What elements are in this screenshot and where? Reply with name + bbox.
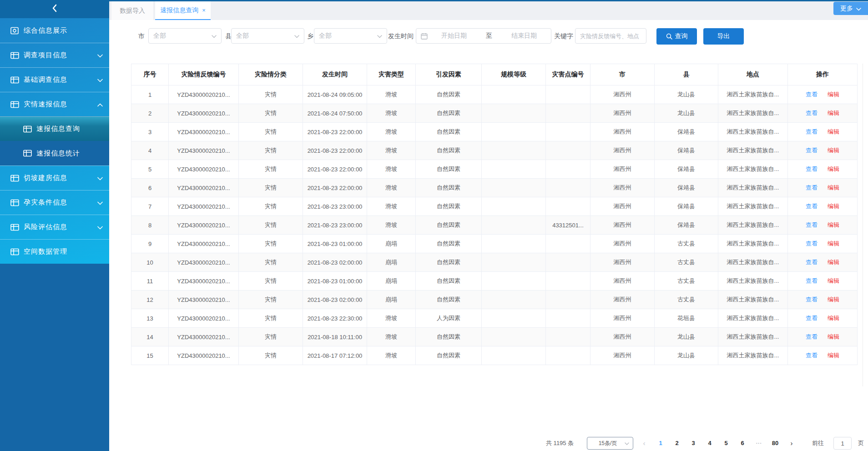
more-pages-ellipsis[interactable]: ··· xyxy=(752,437,766,450)
view-link[interactable]: 查看 xyxy=(806,128,818,135)
table-cell xyxy=(482,123,546,141)
search-button[interactable]: 查询 xyxy=(656,28,697,45)
end-date-placeholder[interactable]: 结束日期 xyxy=(504,32,544,40)
table-cell: YZD43000020210... xyxy=(169,272,239,291)
table-cell: 2021-08-23 01:00:00 xyxy=(303,272,367,291)
edit-link[interactable]: 编辑 xyxy=(828,110,839,116)
edit-link[interactable]: 编辑 xyxy=(828,91,839,98)
edit-link[interactable]: 编辑 xyxy=(828,277,839,284)
sidebar-item-2[interactable]: 基础调查信息 xyxy=(0,67,109,92)
actions-cell: 查看编辑 xyxy=(788,197,858,216)
table-cell: 3 xyxy=(131,123,169,141)
sidebar-item-1[interactable]: 调查项目信息 xyxy=(0,43,109,67)
view-link[interactable]: 查看 xyxy=(806,91,818,98)
more-button-label: 更多 xyxy=(840,5,853,13)
view-link[interactable]: 查看 xyxy=(806,352,818,359)
view-link[interactable]: 查看 xyxy=(806,184,818,191)
view-link[interactable]: 查看 xyxy=(806,240,818,247)
table-cell: 灾情 xyxy=(239,328,303,346)
next-page-button[interactable]: › xyxy=(785,437,798,450)
chevron-down-icon xyxy=(377,32,382,40)
close-icon[interactable]: × xyxy=(202,7,206,14)
county-filter-label: 县 xyxy=(225,28,232,44)
table-cell: 古丈县 xyxy=(655,235,718,253)
main-area: 数据导入 速报信息查询 × 更多 市 全部 县 全部 乡 全部 发生时间 xyxy=(109,0,868,451)
tab-report-query[interactable]: 速报信息查询 × xyxy=(155,1,211,20)
edit-link[interactable]: 编辑 xyxy=(828,147,839,154)
keyword-input[interactable] xyxy=(575,28,646,44)
sidebar-item-label: 灾情速报信息 xyxy=(24,100,97,109)
table-cell: 崩塌 xyxy=(367,253,416,272)
edit-link[interactable]: 编辑 xyxy=(828,352,839,359)
sidebar-subitem-0[interactable]: 速报信息查询 xyxy=(0,116,109,141)
start-date-placeholder[interactable]: 开始日期 xyxy=(434,32,474,40)
city-select[interactable]: 全部 xyxy=(148,28,222,44)
table-cell: YZD43000020210... xyxy=(169,235,239,253)
view-link[interactable]: 查看 xyxy=(806,277,818,284)
view-link[interactable]: 查看 xyxy=(806,203,818,210)
table-cell: 灾情 xyxy=(239,272,303,291)
edit-link[interactable]: 编辑 xyxy=(828,128,839,135)
edit-link[interactable]: 编辑 xyxy=(828,184,839,191)
sidebar-item-7[interactable]: 空间数据管理 xyxy=(0,239,109,264)
edit-link[interactable]: 编辑 xyxy=(828,333,839,340)
page-size-select[interactable]: 15条/页 xyxy=(587,437,633,450)
table-cell: 古丈县 xyxy=(655,272,718,291)
page-number-6[interactable]: 6 xyxy=(736,437,749,450)
view-link[interactable]: 查看 xyxy=(806,259,818,266)
sidebar-collapse-button[interactable] xyxy=(0,0,109,18)
table-cell: 湘西州 xyxy=(590,123,655,141)
goto-page-input[interactable] xyxy=(833,437,852,450)
actions-cell: 查看编辑 xyxy=(788,123,858,141)
column-header: 引发因素 xyxy=(416,64,482,85)
chevron-down-icon xyxy=(625,440,629,446)
chevron-down-icon xyxy=(856,5,861,12)
view-link[interactable]: 查看 xyxy=(806,221,818,228)
sidebar-item-5[interactable]: 孕灾条件信息 xyxy=(0,190,109,215)
column-header: 市 xyxy=(590,64,655,85)
town-select[interactable]: 全部 xyxy=(314,28,387,44)
table-row: 5YZD43000020210...灾情2021-08-23 22:00:00滑… xyxy=(131,160,858,179)
table-cell xyxy=(546,328,590,346)
page-number-5[interactable]: 5 xyxy=(719,437,733,450)
edit-link[interactable]: 编辑 xyxy=(828,221,839,228)
table-cell: YZD43000020210... xyxy=(169,197,239,216)
prev-page-button[interactable]: ‹ xyxy=(637,437,651,450)
export-button[interactable]: 导出 xyxy=(703,28,744,45)
page-number-4[interactable]: 4 xyxy=(703,437,717,450)
page-number-80[interactable]: 80 xyxy=(768,437,782,450)
page-number-3[interactable]: 3 xyxy=(686,437,700,450)
table-cell: 自然因素 xyxy=(416,104,482,123)
table-cell: 灾情 xyxy=(239,253,303,272)
tab-data-import[interactable]: 数据导入 xyxy=(111,1,153,20)
view-link[interactable]: 查看 xyxy=(806,333,818,340)
sidebar-item-3[interactable]: 灾情速报信息 xyxy=(0,92,109,116)
chevron-left-icon xyxy=(51,4,58,14)
edit-link[interactable]: 编辑 xyxy=(828,296,839,303)
edit-link[interactable]: 编辑 xyxy=(828,240,839,247)
tab-label: 数据导入 xyxy=(120,7,145,15)
view-link[interactable]: 查看 xyxy=(806,147,818,154)
view-link[interactable]: 查看 xyxy=(806,296,818,303)
edit-link[interactable]: 编辑 xyxy=(828,165,839,172)
view-link[interactable]: 查看 xyxy=(806,110,818,116)
sidebar-item-6[interactable]: 风险评估信息 xyxy=(0,215,109,239)
sidebar-item-4[interactable]: 切坡建房信息 xyxy=(0,165,109,190)
table-cell: YZD43000020210... xyxy=(169,253,239,272)
date-range-picker[interactable]: 开始日期 至 结束日期 xyxy=(416,28,551,44)
table-cell xyxy=(482,197,546,216)
edit-link[interactable]: 编辑 xyxy=(828,259,839,266)
scrollbar-track[interactable] xyxy=(863,64,863,386)
date-range-separator: 至 xyxy=(486,32,492,40)
view-link[interactable]: 查看 xyxy=(806,315,818,321)
edit-link[interactable]: 编辑 xyxy=(828,203,839,210)
view-link[interactable]: 查看 xyxy=(806,165,818,172)
table-cell: 湘西土家族苗族自... xyxy=(718,123,788,141)
sidebar-item-0[interactable]: 综合信息展示 xyxy=(0,18,109,43)
edit-link[interactable]: 编辑 xyxy=(828,315,839,321)
sidebar-subitem-1[interactable]: 速报信息统计 xyxy=(0,141,109,165)
page-number-1[interactable]: 1 xyxy=(654,437,667,450)
page-number-2[interactable]: 2 xyxy=(670,437,684,450)
county-select[interactable]: 全部 xyxy=(231,28,304,44)
more-button[interactable]: 更多 xyxy=(833,2,868,15)
